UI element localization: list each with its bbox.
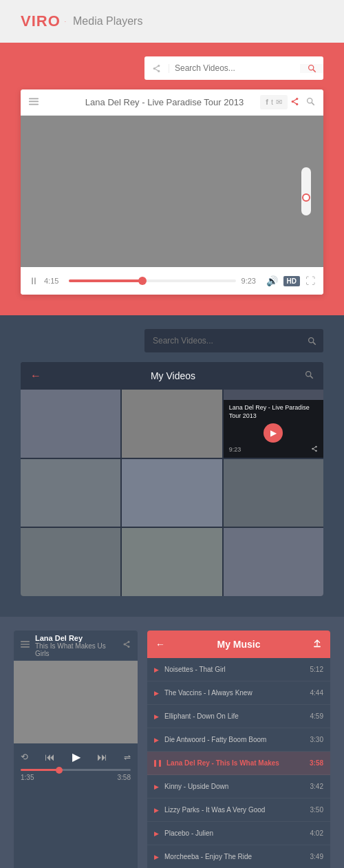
grid-cell-2[interactable] (122, 390, 222, 458)
track-name-4: Lana Del Rey - This Is What Makes (166, 759, 304, 767)
grid-cell-5[interactable] (122, 459, 222, 527)
social-bar: f t ✉ (260, 95, 288, 109)
track-duration-5: 3:42 (310, 783, 323, 790)
svg-point-17 (308, 337, 313, 342)
grid-cell-8[interactable] (122, 528, 222, 596)
video-player-1: Lana Del Rey - Live Paradise Tour 2013 f… (21, 89, 323, 295)
shuffle-icon[interactable]: ⇌ (124, 752, 131, 762)
fullscreen-icon[interactable]: ⛶ (305, 275, 315, 286)
facebook-icon[interactable]: f (266, 98, 268, 107)
volume-thumb[interactable] (302, 193, 310, 202)
toolbar-actions (290, 97, 315, 108)
play-icon-1: ▶ (154, 690, 159, 697)
search-icon-dark[interactable] (300, 337, 323, 346)
music-art (14, 661, 138, 743)
track-row-2[interactable]: ▶ Elliphant - Down On Life 4:59 (147, 705, 330, 728)
track-name-8: Morcheeba - Enjoy The Ride (164, 853, 305, 860)
twitter-icon[interactable]: t (271, 98, 273, 107)
grid-cell-9[interactable] (224, 528, 323, 596)
dark-section: ← My Videos Lana Del Rey - Live Paradise… (0, 315, 344, 617)
svg-rect-9 (29, 103, 39, 105)
music-progress-thumb[interactable] (56, 767, 63, 774)
track-row-7[interactable]: ▶ Placebo - Julien 4:02 (147, 822, 330, 845)
track-row-5[interactable]: ▶ Kinny - Upside Down 3:42 (147, 775, 330, 798)
search-bar-1 (144, 56, 323, 80)
video-title: Lana Del Rey - Live Paradise Tour 2013 (39, 97, 290, 107)
track-name-6: Lizzy Parks - It Was A Very Good (164, 806, 305, 814)
music-times: 1:35 3:58 (21, 774, 131, 781)
svg-line-32 (125, 642, 129, 644)
play-icon-3: ▶ (154, 737, 159, 743)
menu-icon[interactable] (29, 97, 39, 108)
track-duration-0: 5:12 (310, 666, 323, 673)
svg-point-15 (308, 98, 312, 103)
music-share-icon[interactable] (122, 640, 131, 650)
track-name-5: Kinny - Upside Down (164, 783, 305, 790)
grid-cell-6[interactable] (224, 459, 323, 527)
track-duration-2: 4:59 (310, 712, 323, 720)
email-icon[interactable]: ✉ (276, 98, 282, 107)
search-icon-player[interactable] (306, 97, 315, 108)
track-name-7: Placebo - Julien (164, 829, 305, 837)
svg-line-16 (312, 103, 314, 105)
svg-line-33 (125, 644, 129, 647)
time-total: 9:23 (241, 277, 261, 285)
play-icon-0: ▶ (154, 666, 159, 673)
play-icon-6: ▶ (154, 807, 159, 814)
track-duration-1: 4:44 (310, 689, 323, 697)
repeat-icon[interactable]: ⟲ (21, 752, 28, 762)
grid-cell-4[interactable] (21, 459, 120, 527)
svg-point-5 (308, 65, 313, 70)
grid-cell-1[interactable] (21, 390, 120, 458)
track-row-4[interactable]: Lana Del Rey - This Is What Makes 3:58 (147, 752, 330, 775)
music-time-total: 3:58 (118, 774, 131, 781)
svg-rect-34 (314, 646, 321, 647)
search-icon-1[interactable] (300, 64, 323, 73)
svg-line-20 (310, 376, 313, 379)
search-icon-grid[interactable] (305, 370, 314, 381)
video-grid: Lana Del Rey - Live Paradise Tour 2013 ▶… (21, 390, 323, 596)
back-icon-grid[interactable]: ← (30, 370, 41, 382)
track-row-6[interactable]: ▶ Lizzy Parks - It Was A Very Good 3:50 (147, 798, 330, 822)
search-input-dark[interactable] (144, 336, 300, 346)
featured-title: Lana Del Rey - Live Paradise Tour 2013 (229, 404, 318, 420)
track-row-3[interactable]: ▶ Die Antwoord - Fatty Boom Boom 3:30 (147, 728, 330, 752)
featured-share-icon[interactable] (311, 445, 318, 454)
progress-thumb[interactable] (138, 277, 147, 285)
svg-line-25 (312, 449, 316, 451)
svg-rect-7 (29, 98, 39, 99)
search-input-1[interactable] (169, 63, 300, 73)
bottom-section: Lana Del Rey This Is What Makes Us Girls… (0, 617, 344, 868)
next-button[interactable]: ⏭ (97, 751, 107, 763)
track-row-0[interactable]: ▶ Noisettes - That Girl 5:12 (147, 658, 330, 681)
music-list-back-icon[interactable]: ← (155, 639, 165, 650)
track-row-1[interactable]: ▶ The Vaccins - I Always Knew 4:44 (147, 681, 330, 705)
play-icon-7: ▶ (154, 830, 159, 837)
svg-line-4 (154, 68, 159, 71)
grid-cell-featured[interactable]: Lana Del Rey - Live Paradise Tour 2013 ▶… (224, 390, 323, 458)
grid-title: My Videos (151, 370, 195, 381)
music-list: ← My Music ▶ Noisettes - That Girl 5:12 … (147, 631, 330, 868)
music-progress: 1:35 3:58 (14, 763, 138, 784)
music-controls: ⟲ ⏮ ▶ ⏭ ⇌ (14, 743, 138, 763)
track-duration-3: 3:30 (310, 736, 323, 743)
featured-play-button[interactable]: ▶ (264, 423, 283, 443)
pause-button[interactable]: ⏸ (29, 275, 39, 286)
track-row-8[interactable]: ▶ Morcheeba - Enjoy The Ride 3:49 (147, 845, 330, 868)
volume-slider[interactable] (301, 167, 311, 215)
music-list-upload-icon[interactable] (312, 639, 322, 650)
share-icon-player[interactable] (290, 97, 299, 108)
svg-rect-26 (21, 641, 30, 642)
prev-button[interactable]: ⏮ (45, 751, 55, 763)
play-button-music[interactable]: ▶ (72, 750, 80, 763)
volume-icon[interactable]: 🔊 (266, 275, 278, 286)
share-icon-1[interactable] (144, 64, 169, 73)
progress-bar[interactable] (69, 279, 236, 282)
video-area[interactable] (21, 116, 323, 267)
pause-icon-4 (154, 760, 161, 767)
ctrl-right: 🔊 HD ⛶ (266, 275, 315, 286)
track-name-2: Elliphant - Down On Life (164, 712, 305, 720)
music-progress-bar[interactable] (21, 769, 131, 771)
music-menu-icon[interactable] (21, 640, 30, 650)
grid-cell-7[interactable] (21, 528, 120, 596)
